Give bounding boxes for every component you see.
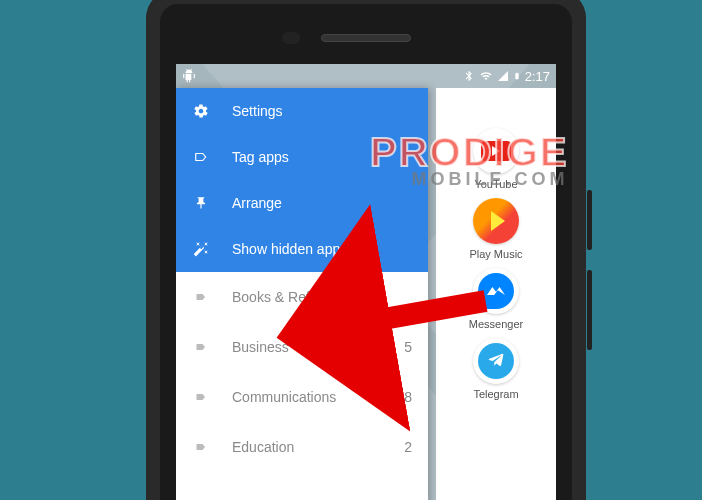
- status-bar: 2:17: [176, 64, 556, 88]
- menu-settings[interactable]: Settings: [176, 88, 428, 134]
- category-count: 18: [396, 389, 412, 405]
- clock: 2:17: [525, 69, 550, 84]
- category-label: Communications: [232, 389, 336, 405]
- gear-icon: [192, 103, 210, 119]
- wand-icon: [192, 241, 210, 257]
- speaker-grill: [321, 34, 411, 42]
- app-label: Play Music: [469, 248, 522, 260]
- menu-arrange[interactable]: Arrange: [176, 180, 428, 226]
- category-business[interactable]: Business 5: [176, 322, 428, 372]
- app-youtube[interactable]: YouTube: [473, 128, 519, 190]
- app-label: Messenger: [469, 318, 523, 330]
- category-communications[interactable]: Communications 18: [176, 372, 428, 422]
- category-education[interactable]: Education 2: [176, 422, 428, 472]
- category-label: Education: [232, 439, 294, 455]
- menu-label: Arrange: [232, 195, 282, 211]
- nav-drawer: Settings Tag apps Arrange Show hidden ap…: [176, 88, 428, 500]
- sensor: [282, 32, 300, 44]
- app-label: YouTube: [474, 178, 517, 190]
- android-icon: [182, 69, 196, 83]
- messenger-icon: [473, 268, 519, 314]
- category-count: 2: [404, 439, 412, 455]
- bluetooth-icon: [463, 70, 475, 82]
- category-label: Business: [232, 339, 289, 355]
- tag-icon: [192, 441, 210, 453]
- category-books[interactable]: Books & Reference: [176, 272, 428, 322]
- menu-tag-apps[interactable]: Tag apps: [176, 134, 428, 180]
- volume-button: [587, 190, 592, 250]
- screen: 2:17 YouTube Play Music Messenger: [176, 64, 556, 500]
- app-messenger[interactable]: Messenger: [469, 268, 523, 330]
- telegram-icon: [473, 338, 519, 384]
- tag-icon: [192, 291, 210, 303]
- menu-label: Show hidden apps: [232, 241, 347, 257]
- tag-icon: [192, 341, 210, 353]
- app-column: YouTube Play Music Messenger Telegram: [436, 88, 556, 500]
- pin-icon: [192, 195, 210, 211]
- app-play-music[interactable]: Play Music: [469, 198, 522, 260]
- category-label: Books & Reference: [232, 289, 353, 305]
- tag-outline-icon: [192, 150, 210, 164]
- category-count: 5: [404, 339, 412, 355]
- battery-icon: [513, 69, 521, 83]
- phone-frame: 2:17 YouTube Play Music Messenger: [146, 0, 586, 500]
- menu-label: Settings: [232, 103, 283, 119]
- menu-show-hidden[interactable]: Show hidden apps: [176, 226, 428, 272]
- play-music-icon: [473, 198, 519, 244]
- youtube-icon: [473, 128, 519, 174]
- wifi-icon: [479, 70, 493, 82]
- power-button: [587, 270, 592, 350]
- app-label: Telegram: [473, 388, 518, 400]
- app-telegram[interactable]: Telegram: [473, 338, 519, 400]
- menu-label: Tag apps: [232, 149, 289, 165]
- tag-icon: [192, 391, 210, 403]
- signal-icon: [497, 70, 509, 82]
- drawer-actions: Settings Tag apps Arrange Show hidden ap…: [176, 88, 428, 272]
